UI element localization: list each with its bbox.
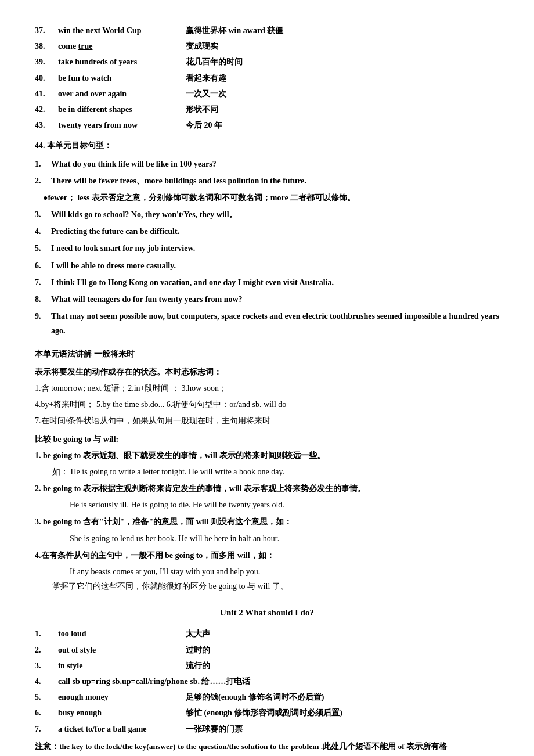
u2-cn-3: 流行的 [186, 658, 210, 673]
vocab-num-39: 39. [35, 55, 58, 69]
vocab-item-37: 37. win the next World Cup 赢得世界杯 win awa… [35, 23, 499, 38]
sentence-2b: ●fewer； less 表示否定之意，分别修饰可数名词和不可数名词；more … [35, 190, 499, 205]
vocab-list: 37. win the next World Cup 赢得世界杯 win awa… [35, 23, 499, 132]
sentence-2b-text: ●fewer； less 表示否定之意，分别修饰可数名词和不可数名词；more … [43, 190, 355, 205]
u2-vocab-6: 6. busy enough 够忙 (enough 修饰形容词或副词时必须后置) [35, 705, 499, 720]
u2-num-7: 7. [35, 722, 58, 736]
sentence-6-text: I will be able to dress more casually. [51, 258, 176, 273]
compare-4-example2: 掌握了它们的这些不同，你就能很好的区分 be going to 与 will 了… [35, 579, 499, 593]
u2-en-4: call sb up=ring sb.up=call/ring/phone sb… [58, 674, 499, 689]
vocab-cn-37: 赢得世界杯 win award 获僵 [186, 23, 283, 38]
unit2-title: Unit 2 What should I do? [35, 605, 499, 621]
u2-num-5: 5. [35, 690, 58, 704]
num-9: 9. [35, 309, 51, 338]
vocab-item-42: 42. be in different shapes 形状不同 [35, 102, 499, 117]
sentence-3: 3. Will kids go to school? No, they won'… [35, 207, 499, 222]
num-4: 4. [35, 224, 51, 239]
sentence-1-text: What do you think life will be like in 1… [51, 157, 217, 171]
u2-en-2: out of style [58, 643, 186, 657]
sentence-4-text: Predicting the future can be difficult. [51, 224, 179, 239]
grammar-title: 本单元语法讲解 一般将来时 [35, 347, 499, 361]
grammar-section: 本单元语法讲解 一般将来时 表示将要发生的动作或存在的状态。本时态标志词： 1.… [35, 347, 499, 594]
sentence-9: 9. That may not seem possible now, but c… [35, 309, 499, 338]
num-5: 5. [35, 241, 51, 255]
grammar-point-1: 1.含 tomorrow; next 短语；2.in+段时间 ； 3.how s… [35, 381, 499, 395]
vocab-num-43: 43. [35, 118, 58, 132]
u2-vocab-4: 4. call sb up=ring sb.up=call/ring/phone… [35, 674, 499, 689]
grammar-intro: 表示将要发生的动作或存在的状态。本时态标志词： [35, 365, 499, 379]
u2-en-7: a ticket to/for a ball game [58, 722, 186, 736]
sentence-7: 7. I think I'll go to Hong Kong on vacat… [35, 275, 499, 290]
num-8: 8. [35, 292, 51, 307]
u2-num-1: 1. [35, 627, 58, 641]
page-content: 37. win the next World Cup 赢得世界杯 win awa… [35, 23, 499, 756]
sentence-1: 1. What do you think life will be like i… [35, 157, 499, 171]
u2-en-5: enough money [58, 690, 186, 704]
num-6: 6. [35, 258, 51, 273]
u2-cn-6: 够忙 (enough 修饰形容词或副词时必须后置) [186, 705, 342, 720]
vocab-en-41: over and over again [58, 87, 186, 101]
compare-1: 1. be going to 表示近期、眼下就要发生的事情，will 表示的将来… [35, 448, 499, 463]
vocab-num-38: 38. [35, 39, 58, 53]
compare-2-example: He is seriously ill. He is going to die.… [35, 498, 499, 512]
section-44-title: 44. 本单元目标句型： [35, 138, 499, 153]
grammar-point-2: 4.by+将来时间； 5.by the time sb.do... 6.祈使句句… [35, 397, 499, 412]
vocab-cn-39: 花几百年的时间 [186, 55, 243, 69]
u2-cn-7: 一张球赛的门票 [186, 722, 243, 736]
vocab-cn-41: 一次又一次 [186, 87, 226, 101]
sentence-9-text: That may not seem possible now, but comp… [51, 309, 499, 338]
vocab-item-38: 38. come true 变成现实 [35, 39, 499, 53]
vocab-en-40: be fun to watch [58, 71, 186, 85]
compare-4-example1: If any beasts comes at you, I'll stay wi… [35, 564, 499, 579]
num-3: 3. [35, 207, 51, 222]
u2-vocab-7: 7. a ticket to/for a ball game 一张球赛的门票 [35, 722, 499, 736]
note-text: 注意：the key to the lock/the key(answer) t… [35, 740, 499, 754]
u2-vocab-2: 2. out of style 过时的 [35, 643, 499, 657]
u2-vocab-5: 5. enough money 足够的钱(enough 修饰名词时不必后置) [35, 690, 499, 704]
vocab-item-43: 43. twenty years from now 今后 20 年 [35, 118, 499, 132]
sentence-2: 2. There will be fewer trees、more buildi… [35, 174, 499, 188]
sentence-7-text: I think I'll go to Hong Kong on vacation… [51, 275, 334, 290]
u2-num-6: 6. [35, 705, 58, 720]
u2-num-4: 4. [35, 674, 58, 689]
vocab-item-41: 41. over and over again 一次又一次 [35, 87, 499, 101]
compare-2: 2. be going to 表示根据主观判断将来肯定发生的事情，will 表示… [35, 481, 499, 496]
sentence-8-text: What will teenagers do for fun twenty ye… [51, 292, 243, 307]
u2-cn-1: 太大声 [186, 627, 210, 641]
vocab-cn-38: 变成现实 [186, 39, 218, 53]
grammar-point-3: 7.在时间/条件状语从句中，如果从句用一般现在时，主句用将来时 [35, 413, 499, 428]
compare-4: 4.在有条件从句的主句中，一般不用 be going to，而多用 will，如… [35, 548, 499, 563]
vocab-en-38: come true [58, 39, 186, 53]
u2-cn-5: 足够的钱(enough 修饰名词时不必后置) [186, 690, 324, 704]
vocab-num-40: 40. [35, 71, 58, 85]
vocab-num-41: 41. [35, 87, 58, 101]
sentence-8: 8. What will teenagers do for fun twenty… [35, 292, 499, 307]
vocab-num-42: 42. [35, 102, 58, 117]
compare-3-example: She is going to lend us her book. He wil… [35, 531, 499, 546]
vocab-en-37: win the next World Cup [58, 23, 186, 38]
vocab-item-39: 39. take hundreds of years 花几百年的时间 [35, 55, 499, 69]
vocab-en-43: twenty years from now [58, 118, 186, 132]
sentence-3-text: Will kids go to school? No, they won't/Y… [51, 207, 237, 222]
vocab-item-40: 40. be fun to watch 看起来有趣 [35, 71, 499, 85]
vocab-cn-43: 今后 20 年 [186, 118, 222, 132]
sentence-5-text: I need to look smart for my job intervie… [51, 241, 195, 255]
num-2: 2. [35, 174, 51, 188]
vocab-cn-42: 形状不同 [186, 102, 218, 117]
u2-en-6: busy enough [58, 705, 186, 720]
u2-cn-2: 过时的 [186, 643, 210, 657]
sentence-2-text: There will be fewer trees、more buildings… [51, 174, 306, 188]
num-1: 1. [35, 157, 51, 171]
u2-vocab-3: 3. in style 流行的 [35, 658, 499, 673]
u2-en-3: in style [58, 658, 186, 673]
vocab-en-42: be in different shapes [58, 102, 186, 117]
sentences-list: 1. What do you think life will be like i… [35, 157, 499, 339]
u2-num-2: 2. [35, 643, 58, 657]
compare-title: 比较 be going to 与 will: [35, 432, 499, 447]
vocab-num-37: 37. [35, 23, 58, 38]
vocab-en-39: take hundreds of years [58, 55, 186, 69]
sentence-6: 6. I will be able to dress more casually… [35, 258, 499, 273]
sentence-4: 4. Predicting the future can be difficul… [35, 224, 499, 239]
num-7: 7. [35, 275, 51, 290]
u2-en-1: too loud [58, 627, 186, 641]
